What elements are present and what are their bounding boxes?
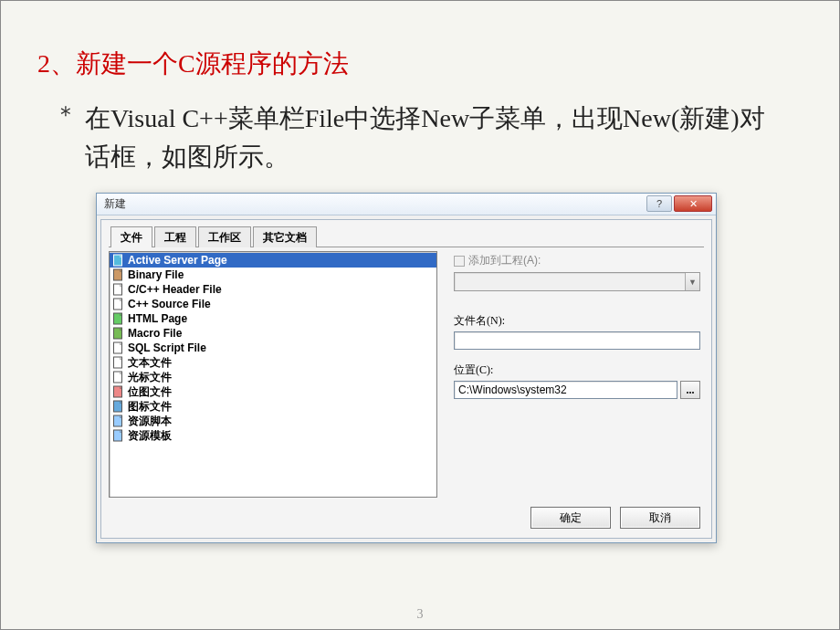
file-type-label: 文本文件 <box>128 355 172 371</box>
location-input[interactable] <box>454 381 677 399</box>
file-type-item[interactable]: Binary File <box>110 268 436 282</box>
location-label: 位置(C): <box>454 362 700 378</box>
add-to-project-label: 添加到工程(A): <box>468 253 541 268</box>
ok-button[interactable]: 确定 <box>530 507 611 529</box>
add-to-project-row: 添加到工程(A): <box>454 253 700 268</box>
file-type-label: 资源模板 <box>128 428 172 444</box>
file-type-label: 图标文件 <box>128 399 172 415</box>
file-type-label: 位图文件 <box>128 384 172 400</box>
file-type-label: 资源脚本 <box>128 414 172 429</box>
slide-heading: 2、新建一个C源程序的方法 <box>37 47 775 81</box>
rct-icon <box>112 429 125 442</box>
file-type-item[interactable]: HTML Page <box>110 311 436 326</box>
filename-label: 文件名(N): <box>454 313 700 329</box>
file-type-label: HTML Page <box>128 312 187 325</box>
file-type-label: 光标文件 <box>128 370 172 385</box>
tab-工作区[interactable]: 工作区 <box>198 226 251 247</box>
file-type-item[interactable]: C++ Source File <box>110 297 436 311</box>
cancel-button[interactable]: 取消 <box>620 507 700 529</box>
file-type-item[interactable]: 文本文件 <box>110 355 436 370</box>
file-type-item[interactable]: 资源模板 <box>110 428 436 443</box>
dialog-title: 新建 <box>104 196 126 212</box>
file-type-label: SQL Script File <box>128 341 206 354</box>
tab-工程[interactable]: 工程 <box>154 226 196 247</box>
bullet-icon: ＊ <box>54 103 78 127</box>
heading-number: 2、 <box>37 49 76 78</box>
slide-body-text: 在Visual C++菜单栏File中选择New子菜单，出现New(新建)对话框… <box>85 100 775 176</box>
filename-input[interactable] <box>454 331 700 350</box>
file-type-label: Active Server Page <box>128 254 227 267</box>
file-type-label: Binary File <box>128 268 184 281</box>
txt-icon <box>112 356 125 369</box>
cur-icon <box>112 371 125 383</box>
close-button[interactable]: ✕ <box>674 195 712 212</box>
slide-page-number: 3 <box>1 607 839 622</box>
new-dialog: 新建 ? ✕ 文件工程工作区其它文档 Active Server PageBin… <box>96 193 717 543</box>
file-type-label: C/C++ Header File <box>128 283 222 296</box>
heading-text: 新建一个C源程序的方法 <box>76 49 349 78</box>
file-type-label: C++ Source File <box>128 298 211 310</box>
browse-label: ... <box>687 383 695 397</box>
chevron-down-icon: ▼ <box>685 273 699 290</box>
bmp-icon <box>112 385 125 398</box>
file-type-label: Macro File <box>128 327 182 340</box>
file-type-item[interactable]: 位图文件 <box>110 384 436 399</box>
file-type-item[interactable]: 图标文件 <box>110 399 436 414</box>
asp-icon <box>112 254 125 267</box>
tab-文件[interactable]: 文件 <box>110 226 152 247</box>
ico-icon <box>112 400 125 413</box>
file-type-item[interactable]: SQL Script File <box>110 341 436 355</box>
file-type-item[interactable]: Macro File <box>110 326 436 341</box>
help-button[interactable]: ? <box>646 195 672 212</box>
file-type-item[interactable]: Active Server Page <box>110 253 436 268</box>
macro-icon <box>112 327 125 340</box>
file-type-item[interactable]: 资源脚本 <box>110 414 436 428</box>
file-type-list[interactable]: Active Server PageBinary FileC/C++ Heade… <box>109 251 437 498</box>
bin-icon <box>112 268 125 281</box>
add-to-project-checkbox <box>454 256 465 267</box>
h-icon <box>112 283 125 296</box>
tab-其它文档[interactable]: 其它文档 <box>253 226 317 247</box>
file-type-item[interactable]: C/C++ Header File <box>110 282 436 297</box>
tab-strip: 文件工程工作区其它文档 <box>109 226 704 247</box>
dialog-titlebar: 新建 ? ✕ <box>97 194 716 215</box>
project-combo: ▼ <box>454 272 700 291</box>
html-icon <box>112 312 125 325</box>
cpp-icon <box>112 298 125 310</box>
close-icon: ✕ <box>689 198 698 210</box>
file-type-item[interactable]: 光标文件 <box>110 370 436 384</box>
help-icon: ? <box>656 198 662 209</box>
rc-icon <box>112 415 125 427</box>
browse-button[interactable]: ... <box>680 381 700 399</box>
sql-icon <box>112 341 125 354</box>
